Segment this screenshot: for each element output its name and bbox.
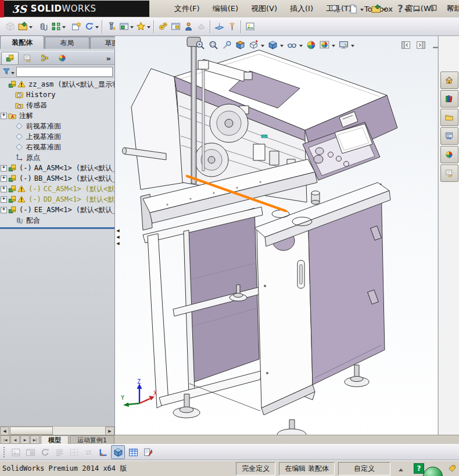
show-hidden-dropdown[interactable] (130, 26, 134, 30)
propertymanager-tab[interactable] (19, 52, 36, 65)
pattern-dropdown[interactable] (62, 26, 66, 30)
displaymanager-tab[interactable] (53, 52, 71, 65)
filter-dropdown[interactable] (11, 72, 15, 76)
sensor-alert-icon[interactable] (225, 20, 238, 33)
zoom-to-area-icon[interactable] (207, 39, 219, 51)
view-orientation-icon[interactable] (248, 39, 259, 51)
expand-icon[interactable] (1, 196, 7, 203)
expand-icon[interactable] (1, 186, 7, 192)
interference-detection-icon[interactable] (182, 20, 195, 33)
design-library-button[interactable] (440, 90, 458, 108)
tree-item-bb-asm[interactable]: (-) BB_ASM<1> (默认<默认_显 (0, 173, 114, 184)
assembly-visualization-icon[interactable] (169, 20, 182, 33)
first-tab-icon[interactable]: |◀ (1, 435, 10, 444)
exploded-view-icon[interactable] (134, 20, 147, 33)
table-view-icon[interactable] (127, 446, 139, 459)
tree-item-front-plane[interactable]: 前视基准面 (0, 121, 114, 131)
view-orientation-dropdown[interactable] (261, 45, 264, 49)
view-settings-dropdown[interactable] (351, 45, 354, 49)
new-document-dropdown[interactable] (360, 9, 364, 13)
custom-properties-button[interactable] (440, 164, 458, 182)
hide-show-items-icon[interactable] (286, 39, 297, 51)
graphics-viewport[interactable]: ◀◀◀ Z X Y (115, 36, 438, 435)
scroll-thumb[interactable] (10, 427, 53, 435)
rotate-component-icon[interactable] (83, 20, 95, 33)
previous-tab-icon[interactable]: ◀ (10, 435, 20, 444)
status-custom[interactable]: 自定义 (338, 462, 390, 475)
file-explorer-button[interactable] (440, 109, 458, 126)
status-expand-icon[interactable] (399, 466, 403, 471)
save-markup-icon[interactable] (141, 446, 154, 459)
tree-item-right-plane[interactable]: 右视基准面 (0, 142, 114, 152)
minimize-button[interactable] (411, 3, 423, 13)
tab-assembly[interactable]: 装配体 (0, 35, 44, 49)
panel-horizontal-scrollbar[interactable]: ◀ ▶ (0, 426, 114, 435)
tree-item-sensors[interactable]: 传感器 (0, 100, 114, 110)
quick-tip-help-icon[interactable]: ? (414, 463, 424, 474)
smart-fasteners-icon[interactable] (105, 20, 117, 33)
edit-appearance-icon[interactable] (305, 39, 317, 51)
open-document-icon[interactable] (370, 3, 382, 15)
new-document-icon[interactable] (347, 3, 359, 15)
open-insert-dropdown[interactable] (29, 26, 33, 30)
close-button[interactable] (444, 3, 456, 13)
tree-root-assembly[interactable]: zz_asm (默认<默认_显示状态 (0, 79, 114, 90)
coordinate-system-icon[interactable] (96, 446, 109, 459)
tab-motion-study[interactable]: 运动算例1 (70, 435, 114, 445)
help-dropdown[interactable] (404, 9, 408, 13)
configurationmanager-tab[interactable] (36, 52, 53, 65)
tree-item-top-plane[interactable]: 上视基准面 (0, 131, 114, 142)
menu-file[interactable]: 文件(F) (168, 1, 206, 16)
section-plane-icon[interactable] (213, 20, 225, 33)
pane-right-icon[interactable] (415, 39, 426, 51)
tab-layout[interactable]: 布局 (45, 37, 89, 49)
expand-icon[interactable] (1, 176, 7, 182)
expand-icon[interactable] (1, 165, 7, 171)
toolbar-grip[interactable] (2, 446, 5, 459)
menu-edit[interactable]: 编辑(E) (207, 1, 244, 16)
apply-scene-dropdown[interactable] (332, 45, 335, 49)
tab-model[interactable]: 模型 (41, 435, 69, 445)
last-tab-icon[interactable]: ▶| (30, 435, 40, 444)
task-pane-home-button[interactable] (440, 71, 458, 89)
section-view-icon[interactable] (234, 39, 246, 51)
component-pattern-icon[interactable] (49, 20, 62, 33)
featuremanager-tab[interactable] (1, 52, 19, 65)
open-insert-component-icon[interactable] (16, 20, 29, 33)
display-style-dropdown[interactable] (280, 45, 284, 49)
next-tab-icon[interactable]: ▶ (20, 435, 30, 444)
view-palette-button[interactable] (440, 127, 458, 145)
insert-components-icon[interactable] (70, 20, 83, 33)
exploded-dropdown[interactable] (147, 26, 150, 30)
screen-capture-icon[interactable] (243, 20, 256, 33)
panel-collapse-handle[interactable]: ◀◀◀ (115, 229, 121, 246)
apply-scene-icon[interactable] (318, 39, 330, 51)
filter-input[interactable] (16, 67, 113, 77)
search-icon[interactable] (329, 3, 340, 15)
view-settings-icon[interactable] (338, 39, 349, 51)
magnified-selection-icon[interactable] (221, 39, 232, 51)
tree-item-cc-asm[interactable]: (-) CC_ASM<1> (默认<默认 (0, 184, 114, 194)
tree-item-aa-asm[interactable]: (-) AA_ASM<1> (默认<默认_显 (0, 163, 114, 173)
menu-insert[interactable]: 插入(I) (284, 1, 319, 16)
pane-left-icon[interactable] (400, 39, 411, 51)
tree-item-mates[interactable]: 配合 (0, 215, 114, 226)
expand-panel-chevron[interactable]: » (106, 54, 111, 63)
tree-item-dd-asm[interactable]: (-) DD_ASM<1> (默认<默认 (0, 194, 114, 205)
assembly-features-icon[interactable] (156, 20, 169, 33)
tree-item-annotations[interactable]: 注解 (0, 110, 114, 121)
zoom-to-fit-icon[interactable] (194, 39, 206, 51)
open-document-dropdown[interactable] (383, 9, 386, 13)
help-icon[interactable]: ? (397, 3, 403, 15)
display-style-icon[interactable] (267, 39, 278, 51)
restore-button[interactable] (428, 3, 439, 13)
tree-item-history[interactable]: History (0, 90, 114, 100)
expand-icon[interactable] (1, 207, 7, 213)
tree-item-origin[interactable]: 原点 (0, 152, 114, 163)
rotate-dropdown[interactable] (95, 26, 99, 30)
expand-icon[interactable] (1, 113, 7, 119)
appearances-button[interactable] (440, 146, 458, 163)
shaded-cube-icon[interactable] (111, 445, 125, 459)
mate-icon[interactable] (37, 20, 49, 33)
tag-icon[interactable] (447, 464, 457, 473)
